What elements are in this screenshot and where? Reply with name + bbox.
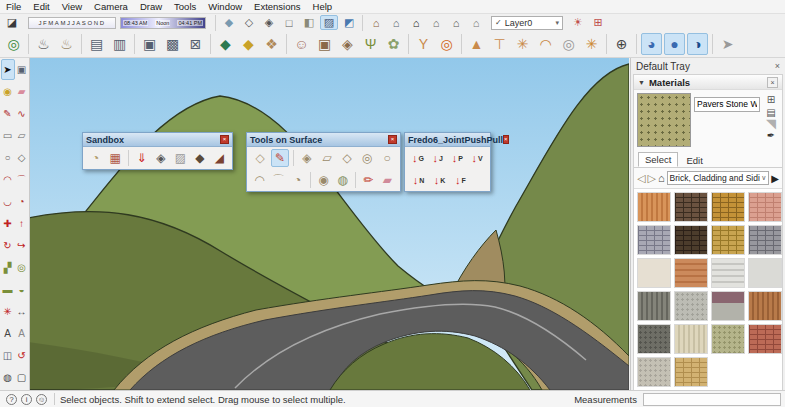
rectangle-tool[interactable]: ▭ [1, 125, 15, 146]
material-swatch-4[interactable] [748, 192, 782, 222]
fredo-jpp-g-icon[interactable]: ↓G [409, 149, 427, 167]
two-point-arc-tool[interactable]: ⌒ [15, 169, 29, 190]
close-icon[interactable]: × [220, 135, 229, 144]
material-swatch-18[interactable] [674, 324, 708, 354]
sandbox-stamp-icon[interactable]: ◈ [152, 149, 169, 167]
box-icon[interactable]: ▣ [314, 33, 335, 55]
shell-icon[interactable]: ❖ [261, 33, 282, 55]
fredo-jpp-n-icon[interactable]: ↓N [409, 171, 428, 189]
zoom-tool[interactable]: ◍ [1, 367, 15, 388]
shadow-time-slider[interactable]: 08:43 AM Noon 04:41 PM [120, 17, 206, 29]
tos-parallelogram-icon[interactable]: ▱ [318, 149, 336, 167]
sandbox-smoove-icon[interactable]: ⇓ [133, 149, 150, 167]
tos-polyline-icon[interactable]: ◇ [251, 149, 269, 167]
compass-icon[interactable]: ⊕ [611, 33, 632, 55]
spray-light-icon[interactable]: ✳ [581, 33, 602, 55]
style-shaded-icon[interactable]: ◧ [300, 15, 318, 30]
secondary-pane-icon[interactable]: ▶ [771, 173, 779, 184]
material-swatch-10[interactable] [674, 258, 708, 288]
tab-edit[interactable]: Edit [680, 154, 708, 167]
teapot-icon[interactable]: ♨ [33, 33, 54, 55]
material-swatch-3[interactable] [711, 192, 745, 222]
circle-tool[interactable]: ○ [1, 147, 15, 168]
section-plane-tool[interactable]: ◫ [1, 345, 15, 366]
material-swatch-2[interactable] [674, 192, 708, 222]
sandbox-drape-icon[interactable]: ▨ [172, 149, 189, 167]
shadows-toggle-icon[interactable]: ☀ [569, 15, 587, 30]
paint-bucket-tool[interactable]: ◉ [1, 81, 15, 102]
grass-icon[interactable]: Ψ [360, 33, 381, 55]
fredo6-jointpushpull-toolbar[interactable]: Fredo6_JointPushPull × ↓G↓J↓P↓V ↓N↓K↓F [404, 132, 491, 192]
sandbox-toolbar-titlebar[interactable]: Sandbox × [83, 133, 232, 147]
scene-small-icon[interactable]: ▥ [109, 33, 130, 55]
tab-select[interactable]: Select [638, 152, 678, 167]
sphere-tool-3-icon[interactable]: ◑ [687, 33, 708, 55]
menu-extensions[interactable]: Extensions [248, 1, 306, 12]
protractor-tool[interactable]: ◒ [15, 279, 29, 300]
default-tray-header[interactable]: Default Tray × [631, 58, 785, 74]
material-swatch-12[interactable] [748, 258, 782, 288]
measurements-input[interactable] [643, 393, 781, 406]
move-tool[interactable]: ✚ [1, 213, 15, 234]
layer-dropdown[interactable]: ✓ Layer0 ▾ [491, 16, 563, 30]
cursor-arrow-icon[interactable]: ➤ [717, 33, 738, 55]
material-swatch-7[interactable] [711, 225, 745, 255]
window-new-icon[interactable]: ▣ [139, 33, 160, 55]
menu-edit[interactable]: Edit [27, 1, 55, 12]
menu-window[interactable]: Window [202, 1, 248, 12]
tos-pie-icon[interactable]: ◔ [289, 171, 306, 189]
tos-polygon-icon[interactable]: ◇ [338, 149, 356, 167]
view-left-icon[interactable]: ⌂ [467, 15, 485, 30]
material-swatch-9[interactable] [637, 258, 671, 288]
style-textured-icon[interactable]: ◩ [340, 15, 358, 30]
tos-freehand-icon[interactable]: ✏ [360, 171, 377, 189]
tos-line-icon[interactable]: ✎ [271, 149, 289, 167]
view-iso-icon[interactable]: ⌂ [367, 15, 385, 30]
padlock-icon[interactable]: ◆ [238, 33, 259, 55]
tools-on-surface-titlebar[interactable]: Tools on Surface × [247, 133, 400, 147]
close-icon[interactable]: × [775, 61, 780, 71]
view-back-icon[interactable]: ⌂ [447, 15, 465, 30]
user-icon[interactable]: ☺ [36, 394, 47, 405]
collapse-triangle-icon[interactable]: ▼ [638, 79, 645, 86]
offset-tool[interactable]: ◎ [15, 257, 29, 278]
follow-me-tool[interactable]: ↪ [15, 235, 29, 256]
tos-eraser-icon[interactable]: ▰ [379, 171, 396, 189]
menu-help[interactable]: Help [307, 1, 339, 12]
material-swatch-11[interactable] [711, 258, 745, 288]
shield-icon[interactable]: ◆ [215, 33, 236, 55]
model-info-cube-icon[interactable]: ◪ [3, 15, 21, 30]
sandbox-from-contours-icon[interactable]: ◔ [87, 149, 104, 167]
material-name-input[interactable] [694, 97, 760, 112]
sun-burst-icon[interactable]: ✳ [512, 33, 533, 55]
menu-tools[interactable]: Tools [168, 1, 202, 12]
round-table-icon[interactable]: ⊤ [489, 33, 510, 55]
photo-scene-icon[interactable]: ▤ [86, 33, 107, 55]
arc-tool[interactable]: ◠ [1, 169, 15, 190]
shadow-date-slider[interactable]: JFMAMJJASOND [28, 17, 116, 29]
home-icon[interactable]: ⌂ [658, 172, 665, 184]
material-swatch-21[interactable] [637, 357, 671, 387]
tos-rectangle-icon[interactable]: ◈ [298, 149, 316, 167]
fredo-jpp-f-icon[interactable]: ↓F [451, 171, 470, 189]
tos-ellipse-icon[interactable]: ○ [378, 149, 396, 167]
material-swatch-19[interactable] [711, 324, 745, 354]
dome-icon[interactable]: ◠ [535, 33, 556, 55]
material-swatch-15[interactable] [711, 291, 745, 321]
style-shaded-blue-icon[interactable]: ◆ [220, 15, 238, 30]
detail-triangle-icon[interactable]: ◥ [766, 119, 776, 129]
windows-stack-icon[interactable]: ▩ [162, 33, 183, 55]
tos-2pt-arc-icon[interactable]: ⌒ [270, 171, 287, 189]
material-swatch-6[interactable] [674, 225, 708, 255]
tos-circle-icon[interactable]: ◎ [358, 149, 376, 167]
teapot-grab-icon[interactable]: ♨ [56, 33, 77, 55]
style-back-edges-icon[interactable]: ◈ [260, 15, 278, 30]
torus-icon[interactable]: ◎ [436, 33, 457, 55]
material-swatch-16[interactable] [748, 291, 782, 321]
fredo-jpp-v-icon[interactable]: ↓V [468, 149, 486, 167]
view-right-icon[interactable]: ⌂ [427, 15, 445, 30]
scale-tool[interactable]: ▞ [1, 257, 15, 278]
tos-intersect-icon[interactable]: ◍ [334, 171, 351, 189]
info-icon[interactable]: i [21, 394, 32, 405]
styles-validate-icon[interactable]: ◎ [3, 33, 24, 55]
